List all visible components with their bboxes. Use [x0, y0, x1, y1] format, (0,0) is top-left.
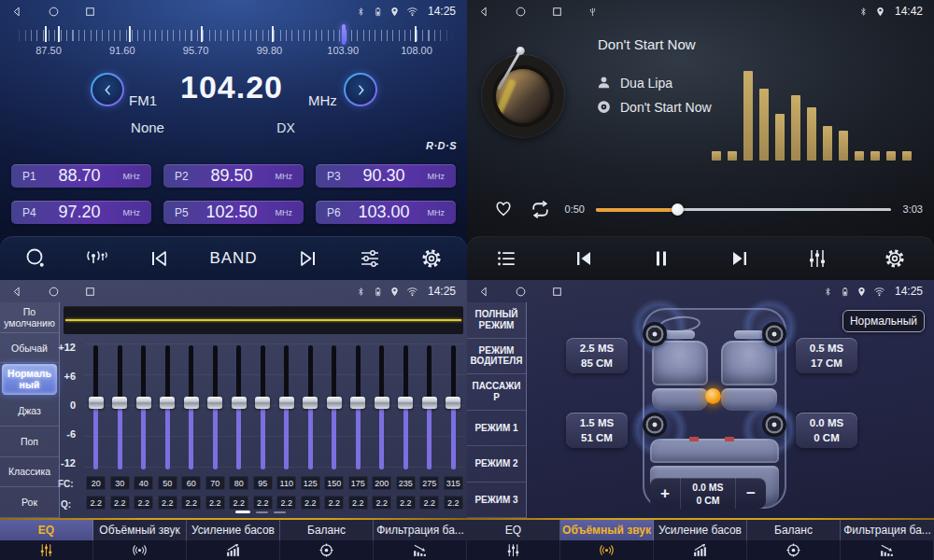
- eq-band-slider[interactable]: [156, 343, 180, 469]
- slider-knob[interactable]: [350, 397, 365, 409]
- next-track-icon[interactable]: [729, 247, 751, 270]
- album-art[interactable]: [482, 55, 564, 137]
- preset-button[interactable]: P5 102.50 MHz: [163, 201, 304, 224]
- eq-preset-item[interactable]: Нормальный: [2, 364, 57, 395]
- eq-band-slider[interactable]: [322, 343, 347, 469]
- slider-knob[interactable]: [89, 397, 104, 409]
- slider-knob[interactable]: [422, 397, 437, 409]
- settings-gear-icon[interactable]: [884, 247, 906, 270]
- eq-band-slider[interactable]: [275, 343, 299, 469]
- tune-down-button[interactable]: [91, 73, 124, 106]
- eq-preset-item[interactable]: Джаз: [0, 396, 59, 427]
- front-left-delay[interactable]: 2.5 MS 85 CM: [566, 338, 628, 373]
- home-button[interactable]: [48, 286, 60, 298]
- rear-right-speaker[interactable]: [762, 413, 786, 437]
- listening-mode-item[interactable]: РЕЖИМ 3: [467, 483, 526, 519]
- listening-mode-item[interactable]: ПОЛНЫЙ РЕЖИМ: [467, 302, 526, 339]
- listening-position-dot[interactable]: [705, 388, 721, 404]
- eq-shortcut-icon[interactable]: [359, 247, 381, 270]
- delay-plus-button[interactable]: +: [650, 478, 680, 509]
- tab-surround[interactable]: Объёмный звук: [93, 520, 187, 560]
- slider-knob[interactable]: [112, 397, 127, 409]
- tab-balance[interactable]: Баланс: [747, 520, 841, 560]
- previous-station-icon[interactable]: [148, 247, 170, 270]
- pause-icon[interactable]: [650, 247, 672, 270]
- next-station-icon[interactable]: [297, 247, 319, 270]
- back-button[interactable]: [478, 6, 490, 18]
- eq-band-slider[interactable]: [442, 343, 466, 469]
- seek-knob[interactable]: [672, 203, 684, 216]
- tab-bass-boost[interactable]: Усиление басов: [187, 520, 280, 560]
- band-button[interactable]: BAND: [209, 249, 257, 268]
- delay-minus-button[interactable]: −: [736, 478, 766, 509]
- slider-knob[interactable]: [232, 397, 247, 409]
- previous-track-icon[interactable]: [573, 247, 595, 270]
- listening-mode-item[interactable]: РЕЖИМ 2: [467, 446, 526, 483]
- recents-button[interactable]: [84, 286, 96, 298]
- preset-button[interactable]: P3 90.30 MHz: [316, 164, 456, 188]
- tab-filter[interactable]: Фильтрация ба...: [841, 520, 934, 560]
- eq-band-slider[interactable]: [179, 343, 204, 469]
- preset-button[interactable]: P1 88.70 MHz: [11, 164, 151, 188]
- rear-right-delay[interactable]: 0.0 MS 0 CM: [796, 413, 857, 448]
- listening-mode-item[interactable]: РЕЖИМ ВОДИТЕЛЯ: [467, 339, 526, 375]
- eq-band-slider[interactable]: [251, 343, 276, 469]
- settings-gear-icon[interactable]: [420, 247, 443, 270]
- tab-balance[interactable]: Баланс: [280, 520, 374, 560]
- recents-button[interactable]: [84, 6, 96, 18]
- profile-button[interactable]: Нормальный: [842, 310, 925, 332]
- frequency-scale[interactable]: 87.5091.6095.7099.80103.90108.00: [0, 22, 467, 58]
- home-button[interactable]: [48, 6, 60, 18]
- eq-band-slider[interactable]: [370, 343, 394, 469]
- repeat-icon[interactable]: [529, 198, 552, 221]
- tune-up-button[interactable]: [344, 73, 377, 106]
- home-button[interactable]: [515, 6, 527, 18]
- listening-mode-item[interactable]: ПАССАЖИР: [467, 374, 526, 411]
- rear-left-delay[interactable]: 1.5 MS 51 CM: [566, 413, 628, 448]
- preset-button[interactable]: P6 103.00 MHz: [316, 201, 456, 224]
- slider-knob[interactable]: [255, 397, 270, 409]
- slider-knob[interactable]: [136, 397, 151, 409]
- front-right-delay[interactable]: 0.5 MS 17 CM: [796, 338, 857, 373]
- slider-knob[interactable]: [207, 397, 222, 409]
- eq-band-slider[interactable]: [108, 343, 133, 469]
- tab-bass-boost[interactable]: Усиление басов: [654, 520, 747, 560]
- recents-button[interactable]: [551, 286, 563, 298]
- slider-knob[interactable]: [398, 397, 413, 409]
- favorite-heart-icon[interactable]: [493, 198, 514, 218]
- eq-shortcut-icon[interactable]: [806, 247, 828, 270]
- slider-knob[interactable]: [327, 397, 342, 409]
- eq-preset-item[interactable]: Классика: [0, 457, 59, 488]
- recents-button[interactable]: [551, 6, 563, 18]
- tab-eq[interactable]: EQ: [467, 520, 560, 560]
- scan-icon[interactable]: [24, 247, 47, 270]
- eq-scroll-indicator[interactable]: [235, 511, 250, 513]
- eq-band-slider[interactable]: [417, 343, 442, 469]
- dx-local-icon[interactable]: [86, 247, 108, 270]
- eq-preset-item[interactable]: Обычай: [0, 333, 59, 364]
- seek-bar[interactable]: [596, 208, 891, 211]
- front-left-speaker[interactable]: [643, 322, 667, 346]
- tab-filter[interactable]: Фильтрация ба...: [374, 520, 467, 560]
- slider-knob[interactable]: [375, 397, 389, 409]
- back-button[interactable]: [11, 286, 23, 298]
- tab-surround[interactable]: Объёмный звук: [560, 520, 654, 560]
- eq-band-slider[interactable]: [204, 343, 228, 469]
- slider-knob[interactable]: [279, 397, 294, 409]
- eq-band-slider[interactable]: [347, 343, 371, 469]
- eq-band-slider[interactable]: [299, 343, 323, 469]
- eq-band-slider[interactable]: [84, 343, 108, 469]
- eq-preset-item[interactable]: Рок: [0, 487, 59, 518]
- tuning-indicator[interactable]: [342, 24, 346, 45]
- eq-band-slider[interactable]: [227, 343, 251, 469]
- slider-knob[interactable]: [446, 397, 460, 409]
- back-button[interactable]: [11, 6, 23, 18]
- eq-preset-item[interactable]: Поп: [0, 427, 59, 457]
- eq-preset-item[interactable]: По умолчанию: [0, 302, 59, 333]
- tab-eq[interactable]: EQ: [0, 520, 93, 560]
- slider-knob[interactable]: [160, 397, 175, 409]
- home-button[interactable]: [515, 286, 527, 298]
- eq-band-slider[interactable]: [132, 343, 156, 469]
- slider-knob[interactable]: [303, 397, 318, 409]
- eq-band-slider[interactable]: [394, 343, 418, 469]
